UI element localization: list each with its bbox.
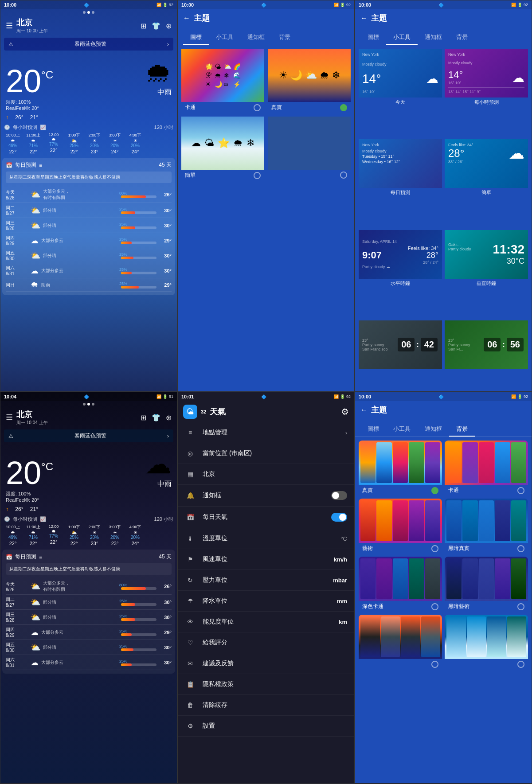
- hourly-header: 🕐 每小时预测 📈 120 小时: [4, 124, 173, 131]
- bg-real-check: [431, 487, 438, 494]
- menu-item-feedback[interactable]: ✉ 建議及反饋: [178, 653, 354, 674]
- notif-toggle[interactable]: [331, 491, 347, 500]
- menu-item-visibility[interactable]: 👁 能見度單位 km: [178, 612, 354, 632]
- signal-icons-5: 📶🔋92: [334, 394, 351, 399]
- menu-item-location-mgmt[interactable]: ≡ 地點管理 ›: [178, 422, 354, 443]
- menu-item-wind-unit[interactable]: ⚑ 風速單位 km/h: [178, 549, 354, 570]
- tab-icons-3[interactable]: 圖標: [360, 31, 386, 45]
- bg-dark-real-label: 黑暗真實: [445, 543, 528, 554]
- tab-notif-6[interactable]: 通知框: [418, 422, 449, 437]
- menu-item-clear-cache[interactable]: 🗑 清除緩存: [178, 695, 354, 716]
- tab-notifications-3[interactable]: 通知框: [418, 31, 449, 45]
- widget-h-clock-label: 水平時鐘: [359, 279, 442, 288]
- weather-alert[interactable]: ⚠ 暴雨蓝色预警 ›: [4, 38, 173, 51]
- back-button-2[interactable]: ←: [183, 14, 190, 22]
- tab-bg-6[interactable]: 背景: [449, 422, 475, 437]
- widget-container-simple[interactable]: Feels like: 34° 28° 33° / 26° ☁ 簡單: [445, 139, 528, 227]
- theme-cartoon-preview: 🌟 🌤 ⛅ 🌈 ⛈ 🌧 ❄ 🌊 ☀ 🌙 ∞ ⚡: [181, 49, 264, 102]
- settings-gear-icon[interactable]: ⚙: [341, 406, 349, 417]
- widget-d2-label: [445, 369, 528, 372]
- grid-icon-4[interactable]: ⊞: [141, 413, 146, 422]
- menu-item-notifications[interactable]: 🔔 通知框: [178, 485, 354, 507]
- bg-deep-cartoon-preview: [359, 557, 442, 601]
- menu-item-beijing[interactable]: ▦ 北京: [178, 464, 354, 485]
- menu-item-temp-unit[interactable]: 🌡 溫度單位 °C: [178, 528, 354, 549]
- tab-icons-6[interactable]: 圖標: [360, 422, 386, 437]
- menu-icon-4[interactable]: ☰: [6, 413, 13, 422]
- widget-simple-label: 簡單: [445, 188, 528, 197]
- bg-dark-real-preview: [445, 499, 528, 543]
- precip-value: mm: [337, 598, 347, 605]
- add-icon[interactable]: ⊕: [166, 22, 172, 30]
- menu-item-current-loc[interactable]: ◎ 當前位置 (市南区): [178, 443, 354, 464]
- rain-cloud-icon: 🌧: [60, 59, 172, 86]
- add-icon-4[interactable]: ⊕: [166, 413, 172, 422]
- bg-card-ocean[interactable]: [445, 615, 528, 670]
- weather-alert-4[interactable]: ⚠ 暴雨蓝色预警 ›: [4, 429, 173, 442]
- menu-icon[interactable]: ☰: [6, 21, 13, 31]
- theme-card-cartoon[interactable]: 🌟 🌤 ⛅ 🌈 ⛈ 🌧 ❄ 🌊 ☀ 🌙 ∞ ⚡: [181, 49, 264, 113]
- location-mgmt-arrow: ›: [345, 429, 347, 436]
- time-5: 10:01: [181, 394, 194, 399]
- wind-icon: ⚑: [185, 556, 196, 563]
- temp-unit-4: °C: [41, 460, 53, 473]
- widget-container-daily[interactable]: New York Mostly cloudy Tuesday • 15° 11°…: [359, 139, 442, 227]
- grid-icon[interactable]: ⊞: [141, 22, 146, 30]
- simple-label: 簡單: [181, 170, 264, 181]
- dot-4-2: [87, 403, 90, 406]
- widget-daily-preview: New York Mostly cloudy Tuesday • 15° 11°…: [359, 139, 442, 188]
- menu-item-daily-weather[interactable]: 📅 每日天氣: [178, 507, 354, 528]
- tab-widgets-2[interactable]: 小工具: [209, 31, 240, 45]
- widget-container-v-clock[interactable]: Oakli... Partly cloudy 11:32 30°C 垂直時鐘: [445, 230, 528, 318]
- beijing-icon: ▦: [185, 471, 196, 478]
- page-dots-4: [0, 401, 177, 407]
- signal-icons-2: 📶🔋92: [334, 3, 351, 7]
- widget-container-hourly[interactable]: New York Mostly cloudy 14° 16° 10° ☁ 13°…: [445, 49, 528, 137]
- tab-widgets-3[interactable]: 小工具: [386, 31, 418, 45]
- theme-card-real[interactable]: ☀ 🌙 ⛅ 🌧 ❄ 真實: [268, 49, 351, 113]
- status-icon-3: 🔷: [438, 3, 444, 8]
- theme-card-simple[interactable]: ☁ 🌤 ⭐ 🌧 ❄ 簡單: [181, 117, 264, 181]
- theme-empty-preview: [268, 117, 351, 170]
- bg-card-mountain[interactable]: [359, 615, 442, 670]
- menu-item-pressure-unit[interactable]: ↻ 壓力單位 mbar: [178, 570, 354, 591]
- widget-daily-label: 每日預測: [359, 188, 442, 197]
- back-button-3[interactable]: ←: [360, 14, 368, 22]
- tab-icons-2[interactable]: 圖標: [183, 31, 209, 45]
- theme-title-6: 主題: [371, 405, 387, 415]
- bg-card-dark-art[interactable]: 黑暗藝術: [445, 557, 528, 612]
- time-1: 10:00: [4, 2, 16, 8]
- back-button-6[interactable]: ←: [360, 406, 368, 414]
- tab-background-3[interactable]: 背景: [449, 31, 475, 45]
- menu-item-rate[interactable]: ♡ 給我評分: [178, 632, 354, 653]
- widget-container-h-clock[interactable]: Saturday, APRIL 14 9:07 Feels like: 34° …: [359, 230, 442, 318]
- tab-widgets-6[interactable]: 小工具: [386, 422, 418, 437]
- daily-weather-toggle[interactable]: [331, 513, 347, 522]
- feedback-text: 建議及反饋: [203, 659, 347, 667]
- temp-value: 20: [6, 65, 41, 97]
- bg-card-deep-cartoon[interactable]: 深色卡通: [359, 557, 442, 612]
- hourly-pct: 49%: [4, 143, 22, 148]
- daily-row-6: 周日 🌧 阴雨 25% 29°: [6, 278, 172, 292]
- hourly-item-2: 12:00 🌧 77% 22°: [45, 133, 63, 154]
- shirt-icon-4[interactable]: 👕: [152, 413, 160, 422]
- theme-card-empty: [268, 117, 351, 181]
- widget-container-clock-d1[interactable]: 23° Partly sunny San Francisco 06 : 42: [359, 320, 442, 392]
- hourly-item-4: 2:00下 ☀ 20% 23°: [86, 133, 103, 154]
- bg-card-cartoon[interactable]: 卡通: [445, 441, 528, 496]
- theme-tabs-6: 圖標 小工具 通知框 背景: [355, 419, 532, 437]
- bg-card-dark-real[interactable]: 黑暗真實: [445, 499, 528, 554]
- status-bar-4: 10:04 🔷 📶🔋91: [0, 392, 177, 401]
- tab-notifications-2[interactable]: 通知框: [240, 31, 272, 45]
- menu-item-precip-unit[interactable]: ☂ 降水單位 mm: [178, 591, 354, 612]
- menu-item-settings[interactable]: ⚙ 設置: [178, 716, 354, 737]
- shirt-icon[interactable]: 👕: [152, 22, 160, 30]
- daily-row-3: 周四 8/29 ☁ 大部分多云 25% 29°: [6, 233, 172, 248]
- widget-container-clock-d2[interactable]: 23° Partly sunny San Fr... 06 : 56: [445, 320, 528, 392]
- widget-container-today[interactable]: New York Mostly cloudy 14° ☁ 16° 10° 今天: [359, 49, 442, 137]
- menu-item-privacy[interactable]: 📋 隱私權政策: [178, 674, 354, 695]
- bg-card-art[interactable]: 藝術: [359, 499, 442, 554]
- bg-card-real[interactable]: 真實: [359, 441, 442, 496]
- widget-d1-label: [359, 369, 442, 372]
- tab-background-2[interactable]: 背景: [272, 31, 297, 45]
